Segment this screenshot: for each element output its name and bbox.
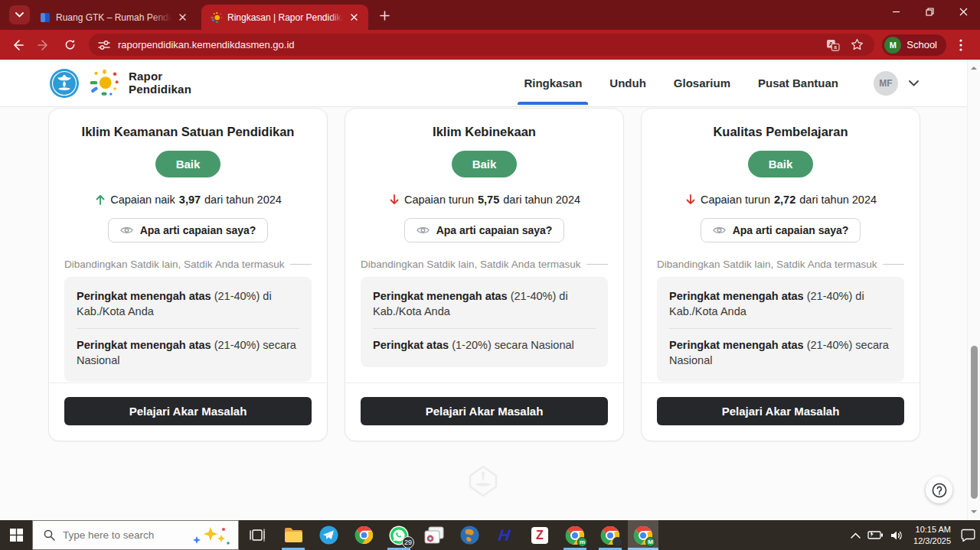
scroll-up-arrow-icon[interactable] [970,64,978,72]
profile-avatar: M [884,37,901,54]
tab-close-button[interactable] [348,11,361,24]
hint-button[interactable]: Apa arti capaian saya? [404,218,565,242]
windows-logo-icon [10,529,23,542]
url-text: raporpendidikan.kemendikdasmen.go.id [118,39,826,50]
browser-tab-strip: Ruang GTK – Rumah Pendidikan Ringkasan |… [0,0,980,30]
status-badge: Baik [452,151,518,177]
reload-button[interactable] [58,34,81,57]
battery-icon[interactable] [867,530,884,540]
nav-unduh[interactable]: Unduh [609,61,645,105]
hint-button-label: Apa arti capaian saya? [140,224,256,236]
trend-down-icon [684,194,697,206]
taskbar-telegram[interactable] [311,520,346,550]
notification-center-icon[interactable] [961,529,975,542]
taskbar-file-explorer[interactable] [276,520,311,550]
brand[interactable]: Rapor Pendidikan [49,67,191,99]
tab-ruang-gtk[interactable]: Ruang GTK – Rumah Pendidikan [30,5,197,30]
task-view-icon [250,529,265,542]
hint-button[interactable]: Apa arti capaian saya? [701,218,861,242]
address-bar[interactable]: raporpendidikan.kemendikdasmen.go.id A a [89,34,874,56]
close-icon [959,8,968,16]
browser-profile-chip[interactable]: M School [882,34,946,56]
rank-bold: Peringkat menengah atas [669,339,804,351]
tab-list-chevron-button[interactable] [9,5,30,24]
rank-district: Peringkat menengah atas (21-40%) di Kab.… [77,289,299,319]
nav-ringkasan[interactable]: Ringkasan [524,61,582,105]
new-tab-button[interactable] [374,5,394,25]
question-mark-icon [932,483,947,498]
taskbar-chrome[interactable] [346,520,381,550]
card-footer: Pelajari Akar Masalah [49,382,327,441]
scroll-down-arrow-icon[interactable] [970,508,978,516]
hint-button[interactable]: Apa arti capaian saya? [108,218,269,242]
translate-icon[interactable]: A a [826,39,840,51]
speaker-icon[interactable] [890,530,903,541]
chevron-down-icon [909,80,919,86]
start-button[interactable] [0,520,32,550]
taskbar-zotero[interactable]: Z [522,520,557,550]
compare-label: Dibandingkan Satdik lain, Satdik Anda te… [657,259,877,270]
taskbar-globe-app[interactable] [452,520,487,550]
browser-menu-button[interactable] [949,34,972,57]
main-nav: Ringkasan Unduh Glosarium Pusat Bantuan [524,61,838,105]
cards-row: Iklim Keamanan Satuan Pendidikan Baik Ca… [0,107,980,520]
card-title: Kualitas Pembelajaran [642,125,920,139]
pelajari-akar-masalah-button[interactable]: Pelajari Akar Masalah [361,397,608,425]
window-close-button[interactable] [946,0,980,23]
dash-rule [586,264,608,265]
page-scrollbar[interactable] [967,60,980,520]
taskbar-h-app[interactable]: H [487,520,522,550]
scrollbar-thumb[interactable] [971,346,978,499]
pelajari-akar-masalah-button[interactable]: Pelajari Akar Masalah [64,397,312,425]
kebab-menu-icon [959,39,962,51]
bookmark-star-icon[interactable] [851,38,864,51]
brand-line2: Pendidikan [129,83,191,96]
restore-icon [926,8,934,16]
back-arrow-icon [11,39,24,51]
tab-rapor-pendidikan[interactable]: Ringkasan | Rapor Pendidikan [201,5,368,30]
taskbar-search[interactable] [32,520,239,550]
telegram-icon [319,526,338,545]
pelajari-akar-masalah-button[interactable]: Pelajari Akar Masalah [657,397,904,425]
back-button[interactable] [6,34,29,57]
tab-title: Ringkasan | Rapor Pendidikan [227,12,343,23]
nav-glosarium[interactable]: Glosarium [674,61,730,105]
plus-icon [380,11,390,21]
forward-button[interactable] [32,34,55,57]
taskbar-whatsapp[interactable]: 29 [381,520,416,550]
system-tray: 10:15 AM 12/3/2025 [851,520,980,550]
tray-chevron-up-icon[interactable] [851,532,861,539]
card-title: Iklim Keamanan Satuan Pendidikan [49,125,327,139]
tab-close-button[interactable] [176,11,189,24]
taskbar-chrome-profile-m[interactable]: m [557,520,593,550]
taskbar-chrome-profile-school[interactable]: M [628,520,658,550]
forward-arrow-icon [38,39,50,51]
rank-bold: Peringkat menengah atas [77,290,211,302]
search-input[interactable] [63,529,185,541]
search-highlights-icon[interactable] [192,524,232,547]
taskbar-chrome-profile-2[interactable] [593,520,628,550]
user-avatar[interactable]: MF [874,71,898,96]
hint-button-label: Apa arti capaian saya? [733,224,849,236]
taskbar-clock[interactable]: 10:15 AM 12/3/2025 [913,524,951,546]
task-view-button[interactable] [239,520,276,550]
tab-title: Ruang GTK – Rumah Pendidikan [56,12,172,23]
minimize-icon [892,8,900,16]
help-button[interactable] [926,477,952,503]
trend-down-icon [388,194,400,206]
window-restore-button[interactable] [913,0,946,23]
globe-app-icon [460,526,479,545]
trend-up-icon [94,194,106,206]
nav-pusat-bantuan[interactable]: Pusat Bantuan [758,61,838,105]
photos-stack-icon [424,526,444,545]
trend-suffix: dari tahun 2024 [204,194,282,206]
whatsapp-unread-badge: 29 [402,536,414,548]
card-footer: Pelajari Akar Masalah [642,382,920,441]
account-menu-button[interactable] [909,80,919,86]
dash-rule [290,264,312,265]
taskbar-photos[interactable] [416,520,452,550]
window-minimize-button[interactable] [879,0,913,23]
profile-badge: m [577,537,587,547]
rapor-pendidikan-favicon-icon [211,11,223,24]
ruang-gtk-favicon-icon [39,11,51,24]
